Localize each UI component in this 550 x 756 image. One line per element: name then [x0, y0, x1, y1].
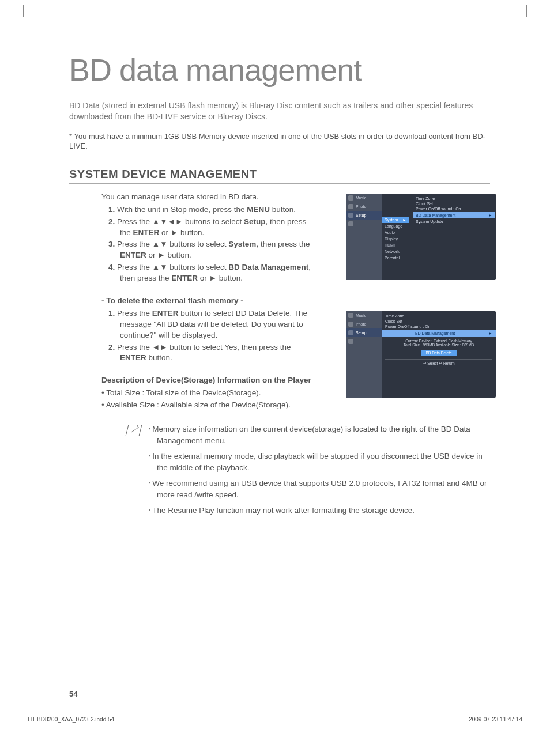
osd-mid-item: Language: [382, 223, 409, 229]
step-num: 2.: [108, 217, 115, 226]
step-bold: Setup: [244, 217, 266, 226]
page-title: BD data management: [69, 52, 490, 88]
osd-right-highlight: BD Data Management►: [413, 212, 495, 218]
step-2: 2. Press the ▲▼◄► buttons to select Setu…: [101, 217, 315, 239]
footer-line: HT-BD8200_XAA_0723-2.indd 54 2009-07-23 …: [28, 715, 522, 723]
osd-sb-label: Music: [356, 196, 366, 200]
osd2-subline-1: Current Device : External Flash Memory: [385, 339, 492, 343]
note-item: In the external memory mode, disc playba…: [149, 451, 495, 473]
step-text: Press the ◄► button to select Yes, then …: [117, 343, 291, 362]
blank-icon: [348, 339, 353, 344]
delete-step-1: 1. Press the ENTER button to select BD D…: [101, 308, 315, 341]
osd-sb-label: Photo: [356, 205, 366, 209]
osd2-subline-2: Total Size : 953MB Available Size : 889M…: [385, 343, 492, 347]
step-pre: Press the ▲▼◄► buttons to select: [117, 217, 244, 226]
osd2-footer-hints: ↵ Select ↩ Return: [385, 359, 492, 366]
note-item: The Resume Play function may not work af…: [149, 505, 495, 516]
osd-sb-music: Music: [346, 194, 382, 202]
step-4: 4. Press the ▲▼ buttons to select BD Dat…: [101, 262, 315, 284]
desc-bullet-2: Available Size : Available size of the D…: [101, 400, 490, 411]
step-num: 3.: [108, 240, 115, 248]
step-pre: Press the ▲▼ buttons to select: [117, 240, 228, 248]
osd-mid-item: Audio: [382, 229, 409, 236]
step-post: button.: [270, 205, 296, 214]
osd-sb-photo: Photo: [346, 320, 382, 328]
page-number: 54: [69, 690, 77, 698]
photo-icon: [348, 322, 353, 327]
photo-icon: [348, 204, 353, 209]
osd-mid-item: HDMI: [382, 242, 409, 248]
note-list: Memory size information on the current d…: [149, 424, 495, 521]
osd-screenshot-2: Music Photo Setup Time Zone Clock Set Po…: [346, 311, 496, 398]
lead-text: You can manage user data stored in BD da…: [101, 192, 315, 203]
delete-step-2: 2. Press the ◄► button to select Yes, th…: [101, 342, 315, 364]
desc-heading: Description of Device(Storage) Informati…: [101, 375, 315, 386]
osd-sb-label: Music: [356, 313, 366, 317]
osd-sb-photo: Photo: [346, 202, 382, 211]
osd2-delete-button: BD Data Delete: [421, 350, 456, 356]
step-num: 4.: [108, 263, 115, 271]
osd-rightcol: Time Zone Clock Set Power On/Off sound :…: [412, 194, 496, 226]
osd-right-item: System Update: [416, 219, 492, 224]
footer-right: 2009-07-23 11:47:14: [469, 716, 522, 723]
osd-sb-music: Music: [346, 311, 382, 320]
step-bold: System: [228, 240, 256, 248]
note-item: Memory size information on the current d…: [149, 424, 495, 446]
osd-right-item: Clock Set: [416, 201, 492, 206]
note-icon: [126, 425, 142, 436]
music-icon: [348, 313, 353, 318]
step-text: Press the ENTER button to select BD Data…: [117, 309, 307, 339]
osd-mid-item: Network: [382, 248, 409, 255]
music-icon: [348, 195, 353, 201]
osd-sb-label: Setup: [356, 331, 366, 335]
intro-text: BD Data (stored in external USB flash me…: [69, 100, 490, 122]
intro-paragraph: BD Data (stored in external USB flash me…: [69, 100, 490, 122]
step-pre: With the unit in Stop mode, press the: [117, 205, 247, 214]
osd-sb-label: Setup: [356, 213, 366, 217]
step-bold: MENU: [247, 205, 270, 214]
step-num: 1.: [108, 309, 115, 317]
gear-icon: [348, 330, 353, 335]
step-1: 1. With the unit in Stop mode, press the…: [101, 205, 315, 216]
osd-right-item: Time Zone: [385, 313, 492, 319]
crop-mark-right: [520, 5, 527, 17]
osd-midcol: System ► Language Audio Display HDMI Net…: [382, 217, 409, 261]
step-3: 3. Press the ▲▼ buttons to select System…: [101, 239, 315, 261]
gear-icon: [348, 213, 353, 218]
osd-sidebar: Music Photo Setup: [346, 311, 382, 398]
osd-sb-blank: [346, 220, 382, 228]
osd2-highlight-bar: BD Data Management►: [382, 330, 496, 337]
osd-screenshot-1: Music Photo Setup System ► Language Audi…: [346, 194, 496, 280]
osd-right-item: Clock Set: [385, 319, 492, 324]
footnote: * You must have a minimum 1GB USB Memory…: [69, 131, 490, 152]
osd-right-item: Time Zone: [416, 196, 492, 201]
osd-sidebar: Music Photo Setup: [346, 194, 382, 280]
osd-right-item: Power On/Off sound : On: [385, 324, 492, 329]
section-heading: SYSTEM DEVICE MANAGEMENT: [69, 168, 490, 184]
osd-sb-label: Photo: [356, 322, 366, 326]
step-pre: Press the ▲▼ buttons to select: [117, 263, 228, 271]
note-item: We recommend using an USB device that su…: [149, 478, 495, 500]
blank-icon: [348, 221, 353, 226]
osd-mid-item: Display: [382, 236, 409, 242]
osd-right-item: Power On/Off sound : On: [416, 206, 492, 211]
osd-sb-setup: Setup: [346, 211, 382, 220]
osd2-body: Time Zone Clock Set Power On/Off sound :…: [382, 311, 496, 398]
crop-mark-left: [23, 5, 30, 17]
osd-mid-system: System ►: [382, 217, 409, 223]
osd-sb-setup: Setup: [346, 328, 382, 337]
osd-sb-blank: [346, 337, 382, 346]
delete-heading: - To delete the external flash memory -: [101, 296, 315, 307]
step-bold: BD Data Management: [228, 263, 308, 271]
note-block: Memory size information on the current d…: [127, 424, 490, 521]
step-num: 1.: [108, 205, 115, 214]
page-content: BD data management BD Data (stored in ex…: [69, 52, 490, 521]
osd-mid-item: Parental: [382, 255, 409, 261]
footer-left: HT-BD8200_XAA_0723-2.indd 54: [28, 716, 114, 723]
step-num: 2.: [108, 343, 115, 351]
